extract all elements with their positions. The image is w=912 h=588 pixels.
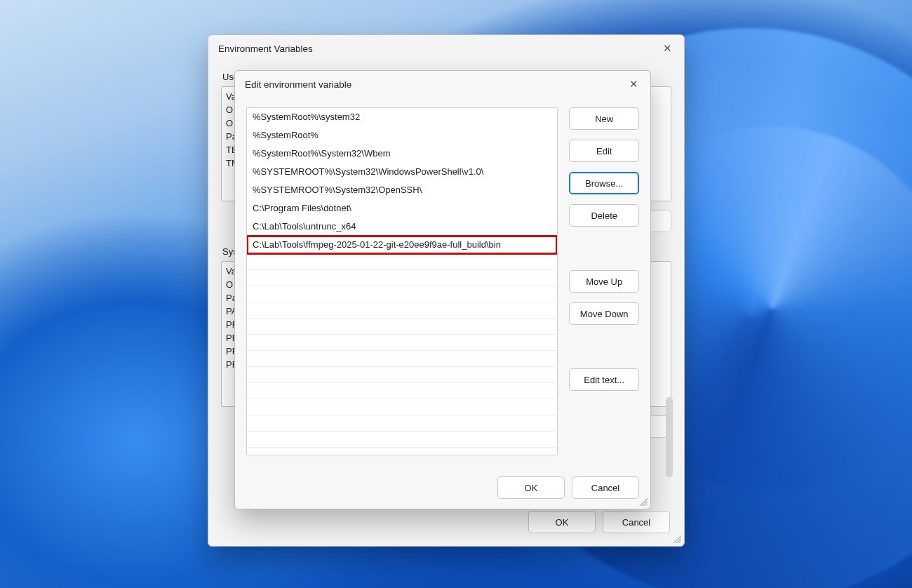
cancel-button[interactable]: Cancel [603, 511, 670, 533]
empty-row[interactable] [247, 351, 557, 367]
delete-button[interactable]: Delete [569, 204, 639, 227]
resize-grip[interactable] [671, 533, 681, 543]
path-entry[interactable]: %SystemRoot%\system32 [247, 108, 557, 126]
edit-env-var-dialog: Edit environment variable ✕ %SystemRoot%… [234, 70, 651, 509]
move-down-button[interactable]: Move Down [569, 302, 639, 325]
path-entry[interactable]: C:\Program Files\dotnet\ [247, 199, 557, 218]
path-entries-list[interactable]: %SystemRoot%\system32%SystemRoot%%System… [246, 107, 558, 455]
empty-row[interactable] [247, 254, 557, 270]
empty-row[interactable] [247, 432, 557, 448]
empty-row[interactable] [247, 286, 557, 302]
path-entry[interactable]: %SYSTEMROOT%\System32\WindowsPowerShell\… [247, 163, 557, 181]
empty-row[interactable] [247, 270, 557, 286]
empty-row[interactable] [247, 415, 557, 432]
ok-button[interactable]: OK [497, 476, 565, 499]
env-title: Environment Variables [218, 44, 313, 54]
close-icon[interactable]: ✕ [655, 39, 680, 58]
close-icon[interactable]: ✕ [621, 74, 646, 94]
edit-footer: OK Cancel [235, 476, 650, 509]
browse-button[interactable]: Browse... [569, 172, 639, 194]
edit-button[interactable]: Edit [569, 140, 639, 162]
side-buttons: New Edit Browse... Delete Move Up Move D… [569, 107, 639, 468]
path-entry[interactable]: %SystemRoot%\System32\Wbem [247, 145, 557, 163]
cancel-button[interactable]: Cancel [572, 476, 639, 499]
new-button[interactable]: New [569, 107, 639, 130]
empty-row[interactable] [247, 367, 557, 383]
edit-title: Edit environment variable [245, 79, 351, 90]
move-up-button[interactable]: Move Up [569, 270, 639, 293]
empty-row[interactable] [247, 302, 557, 319]
empty-row[interactable] [247, 335, 557, 351]
edit-text-button[interactable]: Edit text... [569, 368, 639, 391]
path-entry[interactable]: %SYSTEMROOT%\System32\OpenSSH\ [247, 181, 557, 199]
env-footer: OK Cancel [221, 508, 671, 537]
edit-titlebar: Edit environment variable ✕ [235, 71, 650, 98]
empty-row[interactable] [247, 319, 557, 335]
empty-row[interactable] [247, 448, 557, 455]
ok-button[interactable]: OK [528, 511, 596, 533]
path-entry[interactable]: C:\Lab\Tools\ffmpeg-2025-01-22-git-e20ee… [247, 236, 557, 254]
resize-grip[interactable] [638, 496, 648, 506]
empty-row[interactable] [247, 383, 557, 399]
scrollbar[interactable] [666, 397, 673, 477]
path-entry[interactable]: C:\Lab\Tools\untrunc_x64 [247, 218, 557, 236]
empty-row[interactable] [247, 399, 557, 415]
env-titlebar: Environment Variables ✕ [208, 35, 684, 62]
desktop-background: Environment Variables ✕ User Va O O Pa T… [0, 0, 912, 588]
path-entry[interactable]: %SystemRoot% [247, 126, 557, 145]
